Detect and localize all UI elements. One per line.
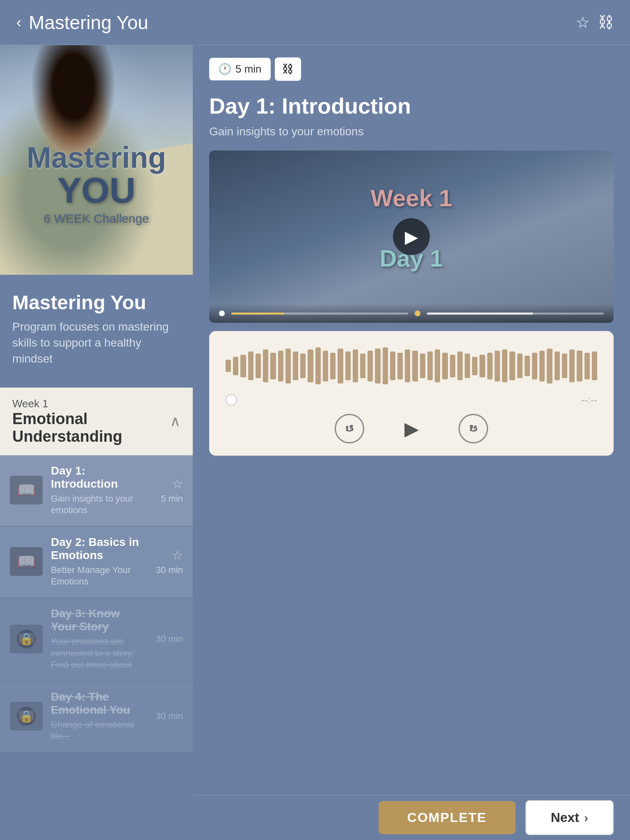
lesson-item[interactable]: 📖 Day 2: Basics in Emotions Better Manag… — [0, 527, 193, 597]
wave-bar — [308, 349, 313, 382]
vc-dot — [219, 310, 225, 316]
skip-back-label: 15 — [345, 425, 354, 433]
wave-bar — [248, 352, 253, 380]
star-icon[interactable]: ☆ — [172, 477, 183, 491]
wave-bar — [270, 353, 276, 379]
lesson-duration: 30 min — [156, 565, 183, 575]
audio-controls: ↺ 15 ▶ ↻ 15 — [226, 414, 597, 443]
wave-bar — [479, 355, 485, 377]
wave-bar — [592, 352, 597, 380]
wave-bar — [472, 357, 477, 375]
wave-bar — [353, 349, 358, 382]
audio-progress-dot[interactable] — [226, 394, 237, 406]
vc-progress-bar[interactable] — [231, 313, 408, 315]
lesson-item: 📖 🔒 Day 4: The Emotional You Change of e… — [0, 681, 193, 752]
wave-bar — [300, 354, 306, 378]
wave-bar — [502, 349, 507, 382]
wave-bar — [577, 351, 582, 381]
wave-bar — [495, 351, 500, 381]
header: ‹ Mastering You ☆ ⛓ — [0, 0, 630, 45]
duration-pill: 🕐 5 min — [209, 58, 271, 80]
lesson-title: Day 2: Basics in Emotions — [51, 536, 148, 562]
lesson-info: Day 4: The Emotional You Change of emoti… — [51, 690, 148, 742]
header-title: Mastering You — [29, 11, 148, 34]
lesson-thumbnail: 📖 — [10, 547, 43, 576]
complete-button[interactable]: COMPLETE — [379, 801, 516, 834]
lesson-item: 📖 🔒 Day 3: Know Your Story Your emotions… — [0, 598, 193, 680]
book-icon: 📖 — [17, 482, 36, 499]
wave-bar — [256, 354, 261, 378]
skip-back-button[interactable]: ↺ 15 — [335, 414, 364, 443]
meta-row: 🕐 5 min ⛓ — [209, 57, 614, 81]
wave-bar — [562, 354, 567, 378]
lesson-duration: 30 min — [156, 634, 183, 644]
bottom-bar: COMPLETE Next › — [193, 795, 630, 840]
book-icon: 📖 — [17, 553, 36, 570]
lesson-meta: ☆ 5 min — [161, 477, 183, 504]
wave-bar — [263, 349, 268, 382]
wave-bar — [226, 360, 231, 372]
lesson-duration: 5 min — [161, 493, 183, 504]
week-title: Emotional Understanding — [12, 410, 170, 445]
star-icon[interactable]: ☆ — [172, 548, 183, 562]
waveform — [226, 347, 597, 384]
header-left: ‹ Mastering You — [16, 11, 148, 34]
wave-bar — [233, 357, 238, 375]
lock-icon: 🔒 — [17, 630, 36, 648]
wave-bar — [278, 351, 283, 381]
lesson-duration: 30 min — [156, 711, 183, 721]
wave-bar — [330, 353, 336, 379]
wave-bar — [315, 347, 321, 384]
wave-bar — [555, 352, 560, 380]
next-button[interactable]: Next › — [525, 800, 614, 835]
wave-bar — [584, 353, 590, 379]
wave-bar — [487, 353, 493, 379]
audio-play-button[interactable]: ▶ — [397, 414, 426, 443]
wave-bar — [390, 352, 395, 380]
vc-prog2-fill — [427, 313, 533, 315]
wave-bar — [509, 352, 515, 380]
main-layout: Mastering YOU 6 WEEK Challenge Mastering… — [0, 45, 630, 840]
lesson-title: Day 3: Know Your Story — [51, 607, 148, 633]
wave-bar — [338, 349, 343, 383]
wave-bar — [539, 351, 545, 381]
share-icon[interactable]: ⛓ — [598, 14, 614, 32]
lessons-list: 📖 Day 1: Introduction Gain insights to y… — [0, 455, 193, 752]
wave-bar — [532, 353, 537, 379]
link-button[interactable]: ⛓ — [275, 57, 301, 81]
back-button[interactable]: ‹ — [16, 15, 21, 30]
wave-bar — [375, 349, 380, 383]
video-play-button[interactable]: ▶ — [393, 218, 430, 255]
wave-bar — [345, 352, 351, 380]
vc-progress-fill — [231, 313, 284, 315]
course-image: Mastering YOU 6 WEEK Challenge — [0, 45, 193, 275]
skip-forward-label: 15 — [469, 425, 477, 433]
lesson-meta: 30 min — [156, 711, 183, 721]
audio-timeline: --:-- — [226, 394, 597, 406]
wave-bar — [450, 355, 455, 377]
lesson-title: Day 4: The Emotional You — [51, 690, 148, 717]
wave-bar — [420, 354, 425, 378]
skip-forward-button[interactable]: ↻ 15 — [459, 414, 488, 443]
wave-bar — [412, 351, 418, 381]
lesson-info: Day 2: Basics in Emotions Better Manage … — [51, 536, 148, 588]
video-player[interactable]: Week 1 Day 1 ▶ — [209, 151, 614, 323]
lesson-info: Day 1: Introduction Gain insights to you… — [51, 464, 153, 516]
bookmark-icon[interactable]: ☆ — [576, 14, 590, 32]
lesson-item[interactable]: 📖 Day 1: Introduction Gain insights to y… — [0, 455, 193, 526]
wave-bar — [525, 356, 530, 376]
wave-bar — [405, 349, 410, 382]
vc-bar2[interactable] — [427, 313, 604, 315]
audio-time-display: --:-- — [581, 394, 597, 406]
overlay-you: YOU — [27, 172, 166, 208]
next-label: Next — [551, 810, 579, 825]
wave-bar — [383, 347, 388, 384]
wave-bar — [397, 353, 403, 379]
course-info: Mastering You Program focuses on masteri… — [0, 275, 193, 375]
week-header[interactable]: Week 1 Emotional Understanding ∧ — [0, 388, 193, 455]
week-label: Week 1 — [12, 397, 170, 410]
video-week-label: Week 1 — [371, 184, 452, 212]
vc-dot2 — [415, 310, 420, 316]
course-overlay: Mastering YOU 6 WEEK Challenge — [27, 143, 166, 226]
wave-bar — [368, 351, 373, 381]
